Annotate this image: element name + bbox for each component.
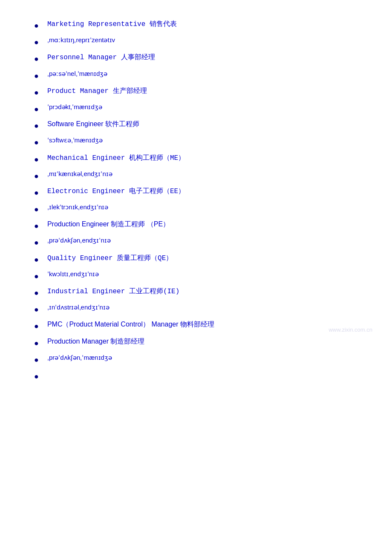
- list-item: ●ˌmɑːkɪtɪŋˌreprɪˈzentətɪv: [34, 34, 366, 50]
- list-item: ●: [34, 368, 366, 384]
- bullet-icon: ●: [34, 271, 39, 282]
- bullet-icon: ●: [34, 87, 39, 98]
- bullet-icon: ●: [34, 71, 39, 81]
- bullet-icon: ●: [34, 137, 39, 148]
- list-item: ●Production Manager 制造部经理: [34, 335, 366, 351]
- bullet-icon: ●: [34, 237, 39, 248]
- item-title: Electronic Engineer 电子工程师（EE）: [47, 187, 185, 196]
- bullet-icon: ●: [34, 321, 39, 332]
- item-title: PMC（Product Material Control） Manager 物料…: [47, 320, 214, 329]
- item-title: Production Manager 制造部经理: [47, 337, 145, 346]
- item-phonetic: ˌɪlekˈtrɔnɪkˌendʒɪˈnɪə: [47, 203, 109, 211]
- item-title: Mechanical Engineer 机构工程师（ME）: [47, 153, 185, 162]
- list-item: ●ˌprəˈdʌkʃənˌendʒɪˈnɪə: [34, 234, 366, 251]
- item-phonetic: ˈsɔftwɛəˌˈmænɪdʒə: [47, 136, 103, 144]
- bullet-icon: ●: [34, 154, 39, 165]
- list-item: ●Mechanical Engineer 机构工程师（ME）: [34, 151, 366, 168]
- list-item: ●ˌpəːsəˈnelˌˈmænɪdʒə: [34, 67, 366, 84]
- bullet-icon: ●: [34, 188, 39, 198]
- bullet-icon: ●: [34, 121, 39, 131]
- bullet-icon: ●: [34, 355, 39, 365]
- bullet-icon: ●: [34, 304, 39, 315]
- bullet-icon: ●: [34, 20, 39, 31]
- item-phonetic: ˌprəˈdʌkʃənˌˈmænɪdʒə: [47, 354, 112, 361]
- list-item: ●Software Engineer 软件工程师: [34, 117, 366, 134]
- bullet-icon: ●: [34, 338, 39, 349]
- bullet-icon: ●: [34, 288, 39, 298]
- list-item: ●Quality Engineer 质量工程师（QE）: [34, 251, 366, 268]
- list-item: ●ˈprɔdəktˌˈmænɪdʒə: [34, 101, 366, 117]
- bullet-icon: ●: [34, 221, 39, 231]
- list-item: ●ˌɪlekˈtrɔnɪkˌendʒɪˈnɪə: [34, 201, 366, 217]
- item-phonetic: ˌmɪˈkænɪkəlˌendʒɪˈnɪə: [47, 170, 112, 178]
- list-item: ●ˈsɔftwɛəˌˈmænɪdʒə: [34, 134, 366, 150]
- item-title: Product Manager 生产部经理: [47, 87, 147, 95]
- list-item: ●Industrial Engineer 工业工程师(IE): [34, 284, 366, 301]
- bullet-icon: ●: [34, 171, 39, 182]
- list-item: ●ˌɪnˈdʌstrɪəlˌendʒɪˈnɪə: [34, 301, 366, 318]
- item-phonetic: ˈkwɔlɪtɪˌendʒɪˈnɪə: [47, 270, 99, 278]
- item-phonetic: ˌpəːsəˈnelˌˈmænɪdʒə: [47, 70, 107, 78]
- bullet-icon: ●: [34, 254, 39, 265]
- list-item: ●ˌmɪˈkænɪkəlˌendʒɪˈnɪə: [34, 168, 366, 184]
- item-phonetic: ˈprɔdəktˌˈmænɪdʒə: [47, 103, 102, 111]
- item-title: Marketing Representative 销售代表: [47, 20, 177, 29]
- bullet-icon: ●: [34, 104, 39, 115]
- item-title: Software Engineer 软件工程师: [47, 120, 139, 129]
- list-item: ●Production Engineer 制造工程师 （PE）: [34, 217, 366, 234]
- list-item: ●Electronic Engineer 电子工程师（EE）: [34, 184, 366, 201]
- item-phonetic: ˌprəˈdʌkʃənˌendʒɪˈnɪə: [47, 237, 111, 244]
- bullet-icon: ●: [34, 204, 39, 215]
- item-title: Personnel Manager 人事部经理: [47, 53, 155, 62]
- bullet-icon: ●: [34, 371, 39, 382]
- bullet-icon: ●: [34, 37, 39, 48]
- list-item: ●ˈkwɔlɪtɪˌendʒɪˈnɪə: [34, 268, 366, 284]
- item-phonetic: ˌɪnˈdʌstrɪəlˌendʒɪˈnɪə: [47, 304, 110, 311]
- list-item: ●Personnel Manager 人事部经理: [34, 50, 366, 67]
- vocabulary-list: ●Marketing Representative 销售代表●ˌmɑːkɪtɪŋ…: [34, 17, 366, 384]
- list-item: ●ˌprəˈdʌkʃənˌˈmænɪdʒə: [34, 351, 366, 368]
- item-phonetic: ˌmɑːkɪtɪŋˌreprɪˈzentətɪv: [47, 36, 115, 44]
- list-item: ●PMC（Product Material Control） Manager 物…: [34, 318, 366, 334]
- list-item: ●Marketing Representative 销售代表: [34, 17, 366, 34]
- list-item: ●Product Manager 生产部经理: [34, 84, 366, 101]
- item-title: Industrial Engineer 工业工程师(IE): [47, 287, 179, 296]
- item-title: Production Engineer 制造工程师 （PE）: [47, 220, 170, 229]
- bullet-icon: ●: [34, 54, 39, 64]
- item-title: Quality Engineer 质量工程师（QE）: [47, 254, 173, 263]
